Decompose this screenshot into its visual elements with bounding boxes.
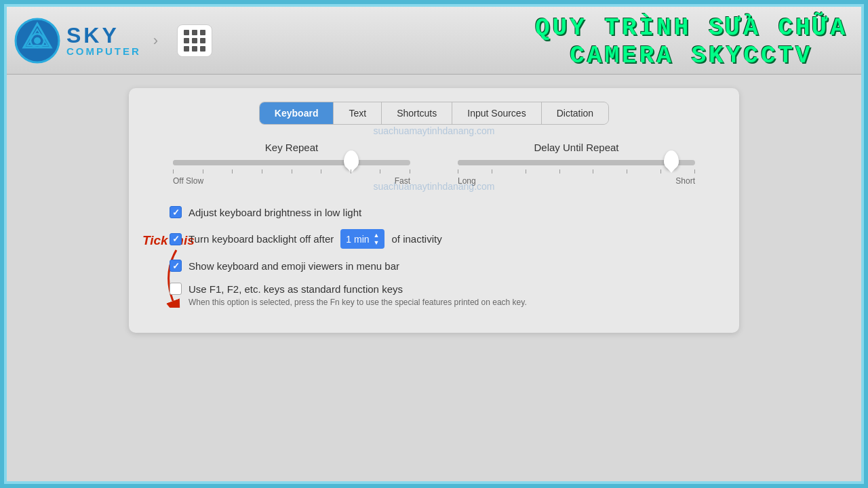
key-repeat-track[interactable] bbox=[173, 160, 410, 165]
checkbox-section: Adjust keyboard brightness in low light … bbox=[149, 206, 719, 307]
grid-icon bbox=[184, 30, 205, 52]
key-repeat-label: Key Repeat bbox=[265, 142, 318, 153]
tab-keyboard[interactable]: Keyboard bbox=[260, 102, 334, 124]
delay-repeat-range-labels: Long Short bbox=[458, 176, 695, 186]
chevron-right-icon: › bbox=[153, 32, 158, 49]
tab-bar: Keyboard Text Shortcuts Input Sources Di… bbox=[259, 102, 609, 125]
checkbox-fn-label: Use F1, F2, etc. keys as standard functi… bbox=[189, 283, 403, 295]
tab-dictation[interactable]: Dictation bbox=[542, 102, 608, 124]
sliders-row: Key Repeat bbox=[149, 142, 719, 186]
delay-repeat-fill bbox=[458, 160, 671, 165]
watermark-top: suachuamaytinhdanang.com bbox=[373, 125, 494, 136]
content-area: suachuamaytinhdanang.com Keyboard Text S… bbox=[7, 75, 861, 481]
sky-computer-logo bbox=[14, 17, 61, 64]
logo-area: SKY COMPUTER › bbox=[14, 17, 212, 64]
computer-label: COMPUTER bbox=[66, 46, 141, 56]
delay-repeat-thumb[interactable] bbox=[664, 150, 679, 169]
header-bar: SKY COMPUTER › QUY TRÌNH SỬA CHỮA CAMERA… bbox=[7, 7, 861, 75]
checkbox-brightness-label: Adjust keyboard brightness in low light bbox=[189, 207, 361, 218]
checkbox-emoji[interactable] bbox=[170, 260, 182, 272]
svg-point-4 bbox=[34, 37, 41, 44]
outer-frame: SKY COMPUTER › QUY TRÌNH SỬA CHỮA CAMERA… bbox=[4, 4, 864, 484]
inactivity-select[interactable]: 1 min ▲ ▼ bbox=[340, 229, 384, 249]
delay-repeat-track[interactable] bbox=[458, 160, 695, 165]
checkbox-backlight[interactable] bbox=[170, 233, 182, 245]
select-arrows-icon: ▲ ▼ bbox=[374, 232, 380, 246]
key-repeat-range-labels: Off Slow Fast bbox=[173, 176, 410, 186]
checkbox-row-fn: Use F1, F2, etc. keys as standard functi… bbox=[170, 283, 719, 307]
checkbox-emoji-label: Show keyboard and emoji viewers in menu … bbox=[189, 260, 399, 272]
settings-panel: suachuamaytinhdanang.com Keyboard Text S… bbox=[129, 88, 739, 333]
tab-input-sources[interactable]: Input Sources bbox=[452, 102, 541, 124]
checkbox-brightness[interactable] bbox=[170, 206, 182, 218]
fn-keys-note: When this option is selected, press the … bbox=[189, 298, 719, 307]
checkbox-row-emoji: Show keyboard and emoji viewers in menu … bbox=[170, 260, 719, 272]
checkbox-row-backlight: Turn keyboard backlight off after 1 min … bbox=[170, 229, 719, 249]
key-repeat-ticks bbox=[173, 169, 410, 174]
title-line1: QUY TRÌNH SỬA CHỮA bbox=[535, 12, 848, 41]
delay-repeat-ticks bbox=[458, 169, 695, 174]
checkbox-backlight-suffix: of inactivity bbox=[391, 233, 441, 245]
delay-repeat-right-label: Short bbox=[675, 176, 695, 186]
checkbox-backlight-prefix: Turn keyboard backlight off after bbox=[189, 233, 334, 245]
sky-label: SKY bbox=[66, 24, 141, 46]
checkbox-fn-keys[interactable] bbox=[170, 283, 182, 295]
page-title-area: QUY TRÌNH SỬA CHỮA CAMERA SKYCCTV bbox=[535, 12, 848, 69]
tab-shortcuts[interactable]: Shortcuts bbox=[382, 102, 452, 124]
delay-repeat-slider-group: Delay Until Repeat bbox=[458, 142, 695, 186]
title-line2: CAMERA SKYCCTV bbox=[535, 41, 848, 69]
key-repeat-slider-group: Key Repeat bbox=[173, 142, 410, 186]
grid-button[interactable] bbox=[177, 24, 212, 57]
checkbox-container: Tick this Adju bbox=[149, 206, 719, 307]
delay-repeat-label: Delay Until Repeat bbox=[534, 142, 618, 153]
inactivity-value: 1 min bbox=[346, 234, 369, 245]
key-repeat-right-label: Fast bbox=[395, 176, 410, 186]
tab-text[interactable]: Text bbox=[334, 102, 382, 124]
delay-repeat-left-label: Long bbox=[458, 176, 476, 186]
key-repeat-fill bbox=[173, 160, 351, 165]
key-repeat-thumb[interactable] bbox=[344, 150, 359, 169]
brand-text: SKY COMPUTER bbox=[66, 24, 141, 56]
checkbox-row-brightness: Adjust keyboard brightness in low light bbox=[170, 206, 719, 218]
key-repeat-left-label: Off Slow bbox=[173, 176, 203, 186]
